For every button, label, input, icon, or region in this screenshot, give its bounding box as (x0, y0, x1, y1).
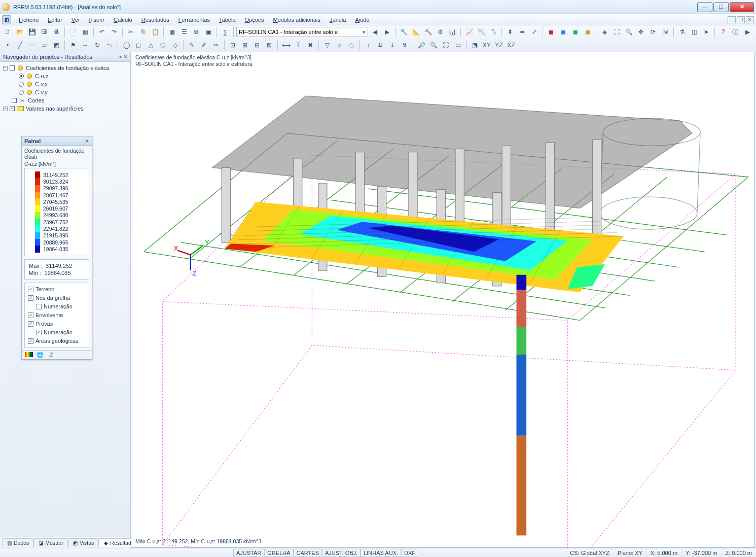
shape5-icon[interactable]: ◇ (169, 40, 181, 51)
snap1-icon[interactable]: ⊡ (227, 40, 238, 51)
saveall-icon[interactable]: 🖫 (39, 26, 50, 38)
filter-icon[interactable]: ⚗ (676, 26, 688, 38)
print-icon[interactable]: 🖶 (51, 26, 62, 38)
move-icon[interactable]: ↔ (80, 40, 91, 51)
view3d-icon[interactable]: ◈ (599, 26, 610, 38)
chart1-icon[interactable]: 📈 (463, 26, 475, 38)
menu-janela[interactable]: Janela (325, 16, 350, 24)
copy-icon[interactable]: ⎘ (137, 26, 149, 38)
fit-view-icon[interactable]: ⛶ (440, 40, 451, 51)
menu-ferramentas[interactable]: Ferramentas (174, 16, 214, 24)
load3-icon[interactable]: ⇣ (387, 40, 398, 51)
scale-icon[interactable]: ⇲ (660, 26, 671, 38)
delete-icon[interactable]: ✖ (305, 40, 316, 51)
cut-icon[interactable]: ✂ (125, 26, 136, 38)
select-icon[interactable]: ◫ (689, 26, 700, 38)
dim-icon[interactable]: ⟷ (280, 40, 292, 51)
disp-u-icon[interactable]: ⬍ (505, 26, 516, 38)
mirror-icon[interactable]: ⇋ (104, 40, 115, 51)
pan-icon[interactable]: ✥ (635, 26, 646, 38)
menu-ficheiro[interactable]: Ficheiro (14, 16, 43, 24)
zoom-out-icon[interactable]: 🔍 (428, 40, 439, 51)
zoom-icon[interactable]: 🔍 (623, 26, 634, 38)
flag-icon[interactable]: ⚑ (67, 40, 79, 51)
play-icon[interactable]: ▶ (742, 26, 753, 38)
menu-editar[interactable]: Editar (43, 16, 67, 24)
maximize-button[interactable] (713, 2, 729, 12)
menu-tabela[interactable]: Tabela (214, 16, 240, 24)
snap3-icon[interactable]: ⊟ (251, 40, 263, 51)
menu-resultados[interactable]: Resultados (137, 16, 174, 24)
load4-icon[interactable]: ↯ (399, 40, 410, 51)
menu-opções[interactable]: Opções (240, 16, 269, 24)
color1-icon[interactable]: ◼ (546, 26, 557, 38)
shape2-icon[interactable]: ◻ (133, 40, 144, 51)
disp-v-icon[interactable]: ⬌ (517, 26, 528, 38)
res-c-icon[interactable]: 🔨 (422, 26, 434, 38)
calc-icon[interactable]: ∑ (220, 26, 231, 38)
mdi-close-icon[interactable]: ✕ (746, 16, 754, 23)
table-icon[interactable]: ▦ (80, 26, 91, 38)
suppp-icon[interactable]: ▽ (321, 40, 333, 51)
3d-viewport[interactable]: Coeficientes de fundação elástica C-u,z … (131, 52, 755, 52)
rot-icon[interactable]: ⟳ (647, 26, 659, 38)
xz-icon[interactable]: XZ (506, 40, 517, 51)
section-icon[interactable]: ⧉ (191, 26, 202, 38)
res-b-icon[interactable]: 📐 (410, 26, 421, 38)
node-icon[interactable]: • (2, 40, 13, 51)
close-button[interactable] (730, 2, 754, 12)
menu-cálculo[interactable]: Cálculo (109, 16, 137, 24)
res-d-icon[interactable]: ⚙ (435, 26, 446, 38)
surface-icon[interactable]: ▱ (39, 40, 50, 51)
fit-icon[interactable]: ⛶ (611, 26, 622, 38)
chart3-icon[interactable]: 〽 (488, 26, 499, 38)
info-icon[interactable]: ⓘ (730, 26, 741, 38)
edit1-icon[interactable]: ✎ (186, 40, 197, 51)
menu-ver[interactable]: Ver (67, 16, 85, 24)
loadcase-combo[interactable]: RF-SOILIN CA1 - Interação entre solo e (236, 27, 368, 37)
edit2-icon[interactable]: ✐ (198, 40, 209, 51)
open-icon[interactable]: 📂 (14, 26, 25, 38)
shape1-icon[interactable]: ◯ (121, 40, 132, 51)
report-icon[interactable]: 📄 (67, 26, 79, 38)
axo-icon[interactable]: ⬔ (469, 40, 480, 51)
shape4-icon[interactable]: ⬠ (157, 40, 168, 51)
shape3-icon[interactable]: △ (145, 40, 156, 51)
redo-icon[interactable]: ↷ (109, 26, 120, 38)
menu-ajuda[interactable]: Ajuda (350, 16, 374, 24)
solid-icon[interactable]: ◩ (51, 40, 62, 51)
undo-icon[interactable]: ↶ (96, 26, 107, 38)
menu-módulos adicionais[interactable]: Módulos adicionais (268, 16, 325, 24)
arrow-icon[interactable]: ➤ (701, 26, 712, 38)
release-icon[interactable]: ◌ (346, 40, 357, 51)
color2-icon[interactable]: ◼ (558, 26, 569, 38)
layers-icon[interactable]: ☰ (178, 26, 190, 38)
next-lc-icon[interactable]: ▶ (381, 26, 392, 38)
yz-icon[interactable]: YZ (493, 40, 505, 51)
load2-icon[interactable]: ⇊ (375, 40, 386, 51)
region-icon[interactable]: ▭ (452, 40, 463, 51)
save-icon[interactable]: 💾 (26, 26, 38, 38)
help-icon[interactable]: ? (717, 26, 729, 38)
line-icon[interactable]: ╱ (14, 40, 25, 51)
snap4-icon[interactable]: ⊠ (264, 40, 275, 51)
color3-icon[interactable]: ◼ (570, 26, 581, 38)
edit3-icon[interactable]: ✑ (210, 40, 222, 51)
member-icon[interactable]: ═ (26, 40, 38, 51)
minimize-button[interactable] (697, 2, 712, 12)
chart2-icon[interactable]: 📉 (476, 26, 487, 38)
xy-icon[interactable]: XY (481, 40, 492, 51)
res-e-icon[interactable]: 📊 (447, 26, 458, 38)
grid-icon[interactable]: ▦ (166, 26, 177, 38)
text-icon[interactable]: T (293, 40, 304, 51)
zoom-in-icon[interactable]: 🔎 (416, 40, 427, 51)
hinge-icon[interactable]: ○ (334, 40, 345, 51)
menu-inserir[interactable]: Inserir (84, 16, 109, 24)
rotate-icon[interactable]: ↻ (92, 40, 103, 51)
disp-w-icon[interactable]: ⤢ (529, 26, 540, 38)
new-icon[interactable]: 🗋 (2, 26, 13, 38)
load1-icon[interactable]: ↓ (363, 40, 374, 51)
material-icon[interactable]: ▣ (203, 26, 214, 38)
color4-icon[interactable]: ◼ (582, 26, 593, 38)
paste-icon[interactable]: 📋 (150, 26, 161, 38)
